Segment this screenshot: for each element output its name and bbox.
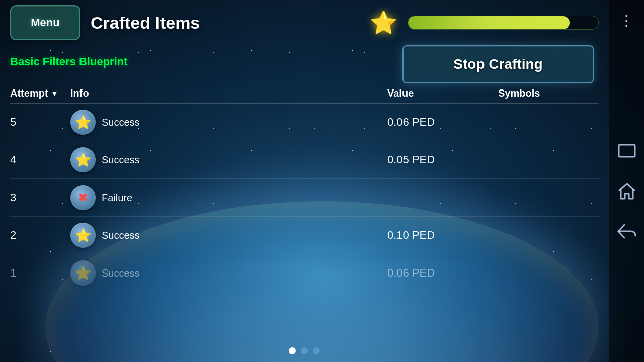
- info-cell: ⭐ Success: [70, 223, 387, 248]
- col-value: Value: [387, 87, 498, 99]
- menu-button[interactable]: Menu: [10, 5, 80, 40]
- value-cell: 0.10 PED: [387, 229, 498, 242]
- table-row: 5 ⭐ Success 0.06 PED: [10, 104, 599, 141]
- table-header: Attempt ▼ Info Value Symbols: [10, 83, 599, 104]
- attempt-number: 1: [10, 266, 70, 280]
- table-row: 1 ⭐ Success 0.06 PED: [10, 254, 599, 292]
- window-icon[interactable]: [617, 141, 637, 161]
- info-cell: ⭐ Success: [70, 260, 387, 286]
- result-badge-success: ⭐: [70, 110, 96, 135]
- value-cell: 0.06 PED: [387, 116, 498, 129]
- attempt-number: 2: [10, 229, 70, 242]
- xp-bar: [408, 16, 599, 30]
- blueprint-row: Basic Filters Blueprint Stop Crafting: [0, 45, 609, 83]
- col-symbols: Symbols: [498, 87, 599, 99]
- table-row: 3 ✖ Failure: [10, 179, 599, 217]
- sort-arrow-icon: ▼: [51, 89, 58, 98]
- col-attempt[interactable]: Attempt ▼: [10, 87, 70, 99]
- info-cell: ⭐ Success: [70, 110, 387, 135]
- table-row: 4 ⭐ Success 0.05 PED: [10, 141, 599, 179]
- table-container: Attempt ▼ Info Value Symbols 5 ⭐ Success…: [0, 83, 609, 340]
- pagination-dot-1[interactable]: [289, 347, 296, 354]
- value-cell: 0.06 PED: [387, 266, 498, 280]
- result-badge-success: ⭐: [70, 223, 96, 248]
- attempt-number: 4: [10, 153, 70, 166]
- right-sidebar: ⋮: [609, 0, 644, 362]
- pagination-dot-2[interactable]: [301, 347, 308, 354]
- svg-rect-0: [619, 145, 635, 157]
- result-badge-success: ⭐: [70, 147, 96, 172]
- table-row: 2 ⭐ Success 0.10 PED: [10, 217, 599, 254]
- attempt-number: 3: [10, 191, 70, 204]
- result-badge-failure: ✖: [70, 185, 96, 210]
- star-icon-header: ⭐: [370, 10, 397, 36]
- header: Menu Crafted Items ⭐: [0, 0, 609, 45]
- more-options-icon[interactable]: ⋮: [617, 10, 637, 30]
- stop-crafting-button[interactable]: Stop Crafting: [403, 45, 594, 83]
- pagination: [0, 340, 609, 362]
- page-title: Crafted Items: [91, 13, 360, 33]
- col-info: Info: [70, 87, 387, 99]
- pagination-dot-3[interactable]: [313, 347, 320, 354]
- result-badge-success: ⭐: [70, 260, 96, 286]
- value-cell: 0.05 PED: [387, 153, 498, 166]
- xp-bar-fill: [408, 16, 570, 29]
- home-icon[interactable]: [617, 181, 637, 201]
- main-content: Menu Crafted Items ⭐ Basic Filters Bluep…: [0, 0, 609, 362]
- info-cell: ✖ Failure: [70, 185, 387, 210]
- attempt-number: 5: [10, 116, 70, 129]
- info-cell: ⭐ Success: [70, 147, 387, 172]
- back-icon[interactable]: [617, 221, 637, 241]
- blueprint-label: Basic Filters Blueprint: [0, 53, 138, 76]
